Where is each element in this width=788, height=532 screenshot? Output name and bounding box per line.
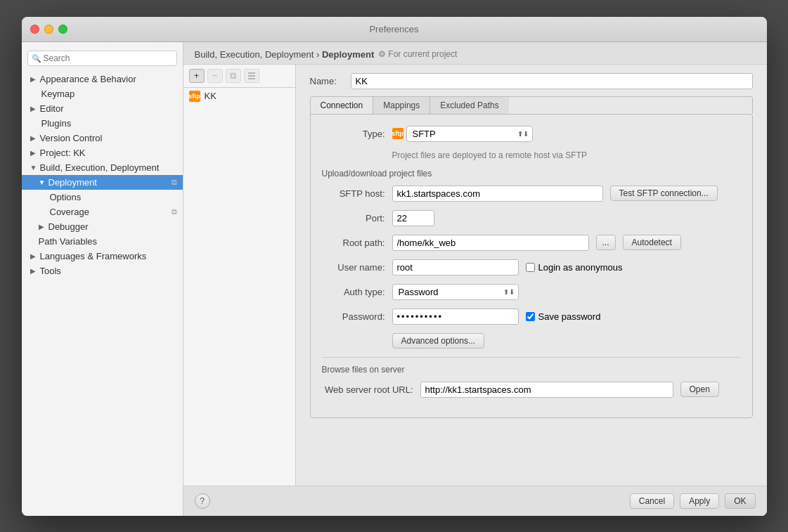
auth-type-select[interactable]: Password Key pair OpenSSH config and aut…	[392, 284, 519, 300]
port-input[interactable]	[392, 210, 434, 226]
tab-mappings[interactable]: Mappings	[373, 97, 430, 114]
sidebar-item-keymap[interactable]: Keymap	[22, 86, 183, 101]
sidebar-item-label: Path Variables	[39, 236, 177, 247]
tab-excluded-paths[interactable]: Excluded Paths	[430, 97, 508, 114]
config-panel: Name: Connection Mappings Excluded Paths…	[296, 65, 767, 486]
login-anonymous-label: Login as anonymous	[538, 262, 623, 273]
sidebar-item-appearance[interactable]: ▶ Appearance & Behavior	[22, 72, 183, 86]
arrow-icon: ▶	[30, 149, 37, 157]
sidebar-item-label: Appearance & Behavior	[40, 74, 177, 84]
move-server-button[interactable]	[244, 69, 259, 83]
port-row: Port:	[322, 210, 741, 226]
for-project-text: For current project	[388, 49, 457, 59]
sidebar-item-path-variables[interactable]: Path Variables	[22, 234, 183, 249]
sidebar-item-label: Editor	[40, 103, 177, 114]
arrow-icon: ▶	[30, 105, 37, 112]
main-body: + − ⧉ sftp	[183, 65, 767, 486]
close-button[interactable]	[30, 25, 39, 34]
open-button[interactable]: Open	[680, 382, 719, 397]
test-sftp-button[interactable]: Test SFTP connection...	[610, 186, 718, 201]
save-password-wrap: Save password	[526, 311, 601, 322]
save-password-label: Save password	[538, 311, 601, 322]
tab-content-connection: Type: sftp SFTP FTP FTPS Local or mounte…	[310, 114, 753, 418]
breadcrumb: Build, Execution, Deployment › Deploymen…	[195, 49, 375, 60]
arrow-icon: ▶	[39, 223, 46, 231]
tab-connection[interactable]: Connection	[311, 97, 374, 114]
sidebar-item-options[interactable]: Options	[22, 190, 183, 205]
main-header: Build, Execution, Deployment › Deploymen…	[183, 42, 767, 65]
web-url-label: Web server root URL:	[322, 384, 413, 395]
window-title: Preferences	[369, 24, 418, 34]
root-path-row: Root path: ... Autodetect	[322, 235, 741, 251]
svg-rect-1	[248, 75, 255, 77]
bottom-bar: ? Cancel Apply OK	[183, 486, 767, 516]
apply-button[interactable]: Apply	[680, 493, 719, 509]
sidebar-item-label: Build, Execution, Deployment	[40, 162, 177, 173]
sftp-host-row: SFTP host: Test SFTP connection...	[322, 186, 741, 202]
auth-type-row: Auth type: Password Key pair OpenSSH con…	[322, 284, 741, 300]
server-toolbar: + − ⧉	[183, 65, 295, 88]
server-item[interactable]: sftp KK	[183, 88, 295, 105]
sidebar-item-plugins[interactable]: Plugins	[22, 116, 183, 131]
sidebar-item-languages[interactable]: ▶ Languages & Frameworks	[22, 249, 183, 264]
arrow-icon: ▼	[39, 179, 46, 186]
arrow-icon: ▼	[30, 164, 37, 171]
content-area: 🔍 ▶ Appearance & Behavior Keymap ▶ Edito…	[22, 42, 767, 516]
auth-select-wrap: Password Key pair OpenSSH config and aut…	[392, 284, 519, 300]
server-list: sftp KK	[183, 88, 295, 486]
sidebar-item-label: Keymap	[41, 89, 177, 99]
title-bar: Preferences	[22, 17, 767, 42]
username-label: User name:	[322, 262, 385, 273]
sidebar-item-version-control[interactable]: ▶ Version Control	[22, 131, 183, 145]
arrow-icon: ▶	[30, 252, 37, 260]
sidebar-item-project-kk[interactable]: ▶ Project: KK	[22, 145, 183, 160]
type-select[interactable]: SFTP FTP FTPS Local or mounted folder	[406, 126, 533, 142]
server-panel: + − ⧉ sftp	[183, 65, 296, 486]
help-button[interactable]: ?	[195, 493, 210, 509]
password-input[interactable]	[392, 309, 519, 325]
browse-button[interactable]: ...	[596, 235, 616, 250]
sidebar-item-debugger[interactable]: ▶ Debugger	[22, 219, 183, 234]
for-project-label: ⚙ For current project	[378, 49, 457, 59]
search-icon: 🔍	[32, 53, 41, 63]
preferences-window: Preferences 🔍 ▶ Appearance & Behavior Ke…	[22, 17, 767, 516]
name-input[interactable]	[351, 73, 753, 89]
upload-section-label: Upload/download project files	[322, 169, 741, 179]
username-row: User name: Login as anonymous	[322, 259, 741, 275]
root-path-input[interactable]	[392, 235, 589, 251]
sidebar-item-tools[interactable]: ▶ Tools	[22, 264, 183, 278]
search-box: 🔍	[27, 51, 177, 66]
sidebar-item-deployment[interactable]: ▼ Deployment ⧉	[22, 175, 183, 190]
sidebar-item-label: Tools	[40, 266, 177, 276]
ok-button[interactable]: OK	[725, 493, 755, 509]
sidebar-item-label: Plugins	[41, 118, 177, 129]
cancel-button[interactable]: Cancel	[630, 493, 674, 509]
sidebar-item-label: Options	[50, 192, 177, 202]
svg-rect-0	[248, 72, 255, 74]
sidebar-item-label: Coverage	[50, 207, 169, 217]
server-name: KK	[205, 91, 217, 101]
sidebar-item-editor[interactable]: ▶ Editor	[22, 101, 183, 116]
remove-server-button[interactable]: −	[207, 69, 223, 83]
sidebar-item-label: Project: KK	[40, 148, 177, 158]
sidebar-item-label: Version Control	[40, 133, 177, 143]
advanced-btn-wrap: Advanced options...	[392, 333, 741, 349]
sftp-host-input[interactable]	[392, 186, 603, 202]
sftp-type-icon: sftp	[392, 128, 403, 139]
login-anonymous-checkbox[interactable]	[526, 263, 535, 272]
save-password-checkbox[interactable]	[526, 312, 535, 321]
sidebar-item-build-exec[interactable]: ▼ Build, Execution, Deployment	[22, 160, 183, 175]
search-input[interactable]	[27, 51, 177, 66]
copy-server-button[interactable]: ⧉	[226, 69, 241, 83]
username-input[interactable]	[392, 259, 519, 275]
maximize-button[interactable]	[58, 25, 67, 34]
add-server-button[interactable]: +	[189, 69, 205, 83]
advanced-options-button[interactable]: Advanced options...	[392, 333, 484, 349]
web-url-input[interactable]	[420, 382, 673, 398]
sidebar: 🔍 ▶ Appearance & Behavior Keymap ▶ Edito…	[22, 42, 183, 516]
minimize-button[interactable]	[44, 25, 53, 34]
autodetect-button[interactable]: Autodetect	[623, 235, 681, 250]
arrow-icon: ▶	[30, 267, 37, 275]
server-sftp-icon: sftp	[189, 91, 200, 102]
sidebar-item-coverage[interactable]: Coverage ⧉	[22, 205, 183, 219]
